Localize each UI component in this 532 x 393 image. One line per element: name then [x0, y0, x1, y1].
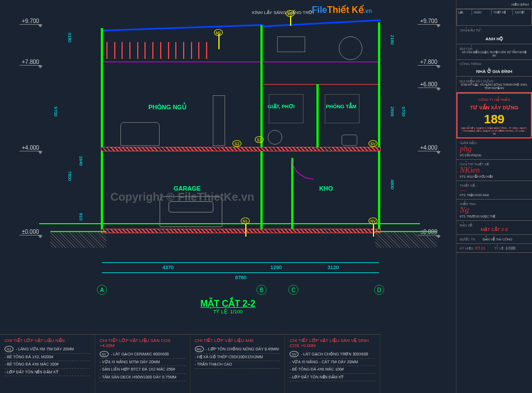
floor-slab-ground — [101, 229, 381, 233]
revision-header: LẦN NGÀY THIẾT KẾ DUYỆT — [456, 9, 532, 26]
dimension: 1840 — [78, 156, 83, 166]
roof-line — [263, 20, 381, 27]
ground-hatch — [50, 231, 106, 248]
dimension: 3180 — [67, 33, 72, 43]
ext-wall — [101, 28, 103, 230]
elev-mark: +7.800 — [20, 59, 41, 66]
callout-nv: NV — [368, 218, 377, 224]
door-arc — [291, 157, 314, 179]
signature-icon: ~~ — [460, 187, 529, 193]
note-column-3: CHI TIẾT LỚP VẬT LIỆU MÁI M1- LỚP TÔN CH… — [190, 335, 286, 393]
elev-mark: +9.700 — [20, 18, 41, 25]
room-label-storage: KHO — [319, 185, 333, 192]
elev-mark: +9.700 — [418, 18, 440, 25]
ground-hatch — [375, 231, 437, 248]
dimension: 2699 — [390, 107, 395, 117]
elev-mark: +4.000 — [20, 145, 41, 151]
skylight-label: KÍNH LẤY SÁNG GIẾNG TRỜI — [252, 10, 314, 15]
room-label-bedroom: PHÒNG NGỦ — [148, 104, 186, 111]
section-drawing: +9.700 +7.800 +4.000 ±0.000 +9.700 +7.80… — [6, 6, 454, 297]
room-label-garage: GARAGE — [174, 185, 200, 192]
dimension: 3120 — [316, 265, 350, 270]
grid-bubble-a: A — [97, 285, 107, 295]
window — [269, 94, 304, 123]
water-tank — [339, 36, 362, 60]
title-block: HIỆU ĐÍNH LẦN NGÀY THIẾT KẾ DUYỆT CHỦ ĐẦ… — [456, 0, 532, 393]
callout-leader — [373, 224, 374, 237]
signature-icon: Ng — [460, 206, 529, 215]
washing-machine — [268, 130, 282, 145]
dimension: 8780 — [218, 275, 263, 280]
note-column-2: CHI TIẾT LỚP VẬT LIỆU SÀN COS +4.00M S1-… — [95, 335, 190, 393]
signature-icon: NKien — [460, 166, 529, 175]
dimension: 1290 — [262, 265, 290, 270]
bed-headboard — [120, 122, 160, 146]
dimension: 4370 — [146, 265, 190, 270]
callout-s1: S1 — [255, 136, 264, 143]
car-outline — [160, 196, 222, 227]
window — [325, 94, 360, 123]
callout-n1: N1 — [241, 218, 250, 224]
ext-wall — [378, 22, 380, 230]
dimension: 9700 — [53, 107, 58, 117]
ac-unit — [277, 36, 305, 52]
drawing-canvas[interactable]: FileThiết Kế.vn +9.700 +7.800 +4.000 ±0.… — [0, 0, 456, 393]
callout-leader — [290, 16, 291, 26]
railing — [106, 42, 207, 59]
grid-bubble-c: C — [288, 285, 298, 295]
callout-s2: S2 — [232, 140, 241, 147]
ground-line — [39, 223, 420, 224]
int-wall — [316, 84, 319, 149]
grid-bubble-b: B — [256, 285, 267, 295]
dim-line — [102, 262, 379, 263]
signature-icon: phg — [460, 145, 529, 154]
dimension: 4800 — [390, 179, 395, 189]
slab-line — [263, 84, 381, 85]
dimension: 7800 — [67, 171, 72, 181]
int-wall — [291, 158, 293, 230]
elev-mark: +7.800 — [418, 59, 440, 66]
dimension: 2180 — [390, 35, 395, 45]
elev-mark: ±0.000 — [20, 229, 41, 235]
dim-line — [102, 272, 379, 273]
grid-bubble-d: D — [374, 285, 384, 295]
callout-sv: SV — [368, 140, 377, 147]
callout-leader — [218, 34, 220, 49]
elev-mark: +4.000 — [418, 145, 440, 151]
callout-leader — [245, 224, 246, 237]
material-notes: CHI TIẾT LỚP VẬT LIỆU NỀN N1- LÁNG VỮA X… — [0, 334, 380, 393]
note-column-1: CHI TIẾT LỚP VẬT LIỆU NỀN N1- LÁNG VỮA X… — [0, 335, 95, 393]
elev-mark: +6.800 — [418, 81, 440, 88]
roof-line — [101, 24, 263, 31]
ceiling-line — [101, 62, 381, 62]
wardrobe — [213, 95, 225, 146]
int-wall — [260, 25, 263, 230]
drawing-title: MẶT CẮT 2-2 TỶ LỆ: 1/100 — [200, 298, 255, 315]
toilet — [342, 135, 357, 146]
floor-slab-l2 — [101, 147, 381, 151]
dimension: 810 — [78, 213, 83, 220]
note-column-4: CHI TIẾT LỚP VẬT LIỆU SÀN VỆ SINH COS +0… — [285, 335, 380, 393]
dimension: 9700 — [401, 107, 406, 117]
